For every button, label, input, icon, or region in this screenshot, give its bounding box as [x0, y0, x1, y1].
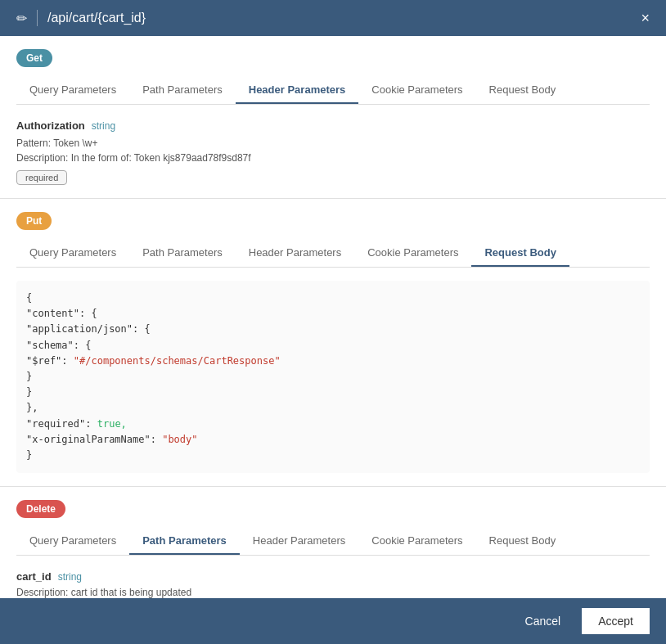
code-bool-value: true,: [97, 418, 127, 430]
tabs-delete: Query ParametersPath ParametersHeader Pa…: [16, 528, 650, 556]
section-delete: DeleteQuery ParametersPath ParametersHea…: [0, 487, 666, 598]
code-line: "required": true,: [26, 417, 640, 432]
param-type: string: [58, 571, 82, 583]
param-pattern: Pattern: Token \w+: [16, 137, 650, 149]
code-line: {: [26, 290, 640, 306]
code-line: "content": {: [26, 306, 640, 322]
tab-header-parameters[interactable]: Header Parameters: [236, 77, 359, 104]
tab-path-parameters[interactable]: Path Parameters: [129, 77, 236, 104]
code-line: }: [26, 385, 640, 400]
code-line: }: [26, 448, 640, 463]
tab-query-parameters[interactable]: Query Parameters: [16, 77, 129, 104]
code-line: "application/json": {: [26, 322, 640, 337]
code-ref: "#/components/schemas/CartResponse": [74, 355, 281, 367]
cancel-button[interactable]: Cancel: [512, 608, 574, 634]
tab-path-parameters[interactable]: Path Parameters: [129, 528, 240, 555]
modal-body: GetQuery ParametersPath ParametersHeader…: [0, 36, 666, 598]
tab-path-parameters[interactable]: Path Parameters: [129, 240, 236, 267]
tab-cookie-parameters[interactable]: Cookie Parameters: [358, 528, 475, 555]
param-name: Authorization: [16, 119, 85, 132]
code-line: },: [26, 400, 640, 416]
close-button[interactable]: ×: [641, 11, 650, 25]
tab-cookie-parameters[interactable]: Cookie Parameters: [354, 240, 471, 267]
method-badge-get[interactable]: Get: [16, 49, 52, 67]
tab-query-parameters[interactable]: Query Parameters: [16, 240, 129, 267]
code-line: }: [26, 369, 640, 385]
code-block: { "content": { "application/json": { "sc…: [16, 281, 650, 473]
section-get: GetQuery ParametersPath ParametersHeader…: [0, 36, 666, 199]
param-block: cart_idstringDescription: cart id that i…: [16, 569, 650, 598]
method-badge-delete[interactable]: Delete: [16, 500, 65, 518]
accept-button[interactable]: Accept: [582, 608, 650, 634]
param-name: cart_id: [16, 570, 52, 583]
edit-icon: ✏: [16, 11, 27, 26]
code-line: "x-originalParamName": "body": [26, 432, 640, 448]
code-string-value: "body": [162, 434, 197, 445]
param-required-badge: required: [16, 170, 67, 185]
modal: ✏ /api/cart/{cart_id} × GetQuery Paramet…: [0, 0, 666, 644]
header-divider: [37, 10, 38, 26]
tab-header-parameters[interactable]: Header Parameters: [236, 240, 354, 267]
code-line: "$ref": "#/components/schemas/CartRespon…: [26, 354, 640, 369]
param-description: Description: In the form of: Token kjs87…: [16, 152, 650, 164]
tab-request-body[interactable]: Request Body: [476, 528, 569, 555]
tab-request-body[interactable]: Request Body: [471, 240, 569, 267]
param-block: AuthorizationstringPattern: Token \w+Des…: [16, 118, 650, 185]
modal-footer: Cancel Accept: [0, 598, 666, 644]
code-line: "schema": {: [26, 338, 640, 354]
tab-cookie-parameters[interactable]: Cookie Parameters: [358, 77, 475, 104]
modal-title: /api/cart/{cart_id}: [47, 11, 631, 25]
param-description: Description: cart id that is being updat…: [16, 587, 650, 598]
tabs-put: Query ParametersPath ParametersHeader Pa…: [16, 240, 650, 268]
tab-query-parameters[interactable]: Query Parameters: [16, 528, 129, 555]
param-type: string: [92, 120, 115, 132]
section-put: PutQuery ParametersPath ParametersHeader…: [0, 199, 666, 487]
tab-request-body[interactable]: Request Body: [476, 77, 569, 104]
tab-header-parameters[interactable]: Header Parameters: [240, 528, 358, 555]
tabs-get: Query ParametersPath ParametersHeader Pa…: [16, 77, 650, 105]
method-badge-put[interactable]: Put: [16, 212, 52, 230]
modal-header: ✏ /api/cart/{cart_id} ×: [0, 0, 666, 36]
